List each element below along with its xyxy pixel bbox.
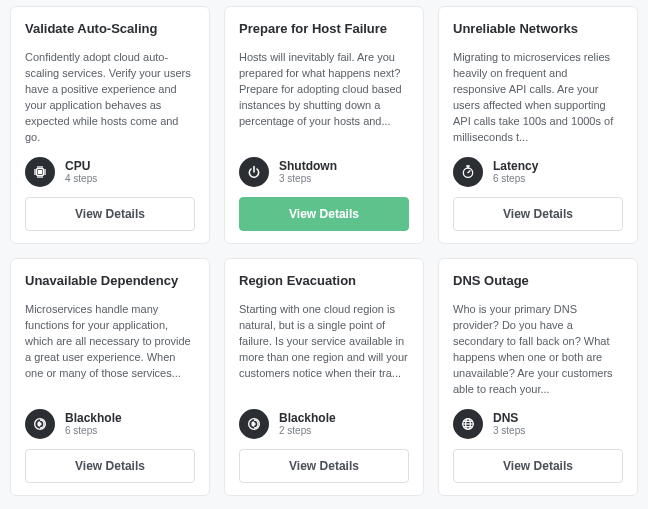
attack-steps: 6 steps (493, 173, 538, 185)
cpu-icon (25, 157, 55, 187)
power-icon (239, 157, 269, 187)
attack-name: Shutdown (279, 159, 337, 173)
card-description: Migrating to microservices relies heavil… (453, 50, 623, 146)
attack-text: Blackhole6 steps (65, 411, 122, 437)
scenario-card: Unreliable NetworksMigrating to microser… (438, 6, 638, 244)
scenario-card: Validate Auto-ScalingConfidently adopt c… (10, 6, 210, 244)
globe-icon (453, 409, 483, 439)
attack-name: Blackhole (279, 411, 336, 425)
card-title: DNS Outage (453, 273, 623, 288)
card-title: Validate Auto-Scaling (25, 21, 195, 36)
view-details-button[interactable]: View Details (453, 449, 623, 483)
svg-point-22 (253, 423, 255, 425)
attack-text: Blackhole2 steps (279, 411, 336, 437)
attack-steps: 4 steps (65, 173, 97, 185)
blackhole-icon (239, 409, 269, 439)
scenario-card: Prepare for Host FailureHosts will inevi… (224, 6, 424, 244)
view-details-button[interactable]: View Details (239, 449, 409, 483)
attack-row: Shutdown3 steps (239, 157, 409, 187)
card-title: Unreliable Networks (453, 21, 623, 36)
svg-rect-1 (39, 171, 42, 174)
scenario-card: Region EvacuationStarting with one cloud… (224, 258, 424, 496)
attack-text: CPU4 steps (65, 159, 97, 185)
svg-point-20 (39, 423, 41, 425)
scenario-card: Unavailable DependencyMicroservices hand… (10, 258, 210, 496)
attack-row: Latency6 steps (453, 157, 623, 187)
card-description: Starting with one cloud region is natura… (239, 302, 409, 398)
attack-row: Blackhole6 steps (25, 409, 195, 439)
blackhole-icon (25, 409, 55, 439)
view-details-button[interactable]: View Details (453, 197, 623, 231)
card-description: Who is your primary DNS provider? Do you… (453, 302, 623, 398)
view-details-button[interactable]: View Details (239, 197, 409, 231)
attack-text: DNS3 steps (493, 411, 525, 437)
card-description: Microservices handle many functions for … (25, 302, 195, 398)
attack-row: CPU4 steps (25, 157, 195, 187)
card-title: Prepare for Host Failure (239, 21, 409, 36)
scenario-card: DNS OutageWho is your primary DNS provid… (438, 258, 638, 496)
attack-steps: 2 steps (279, 425, 336, 437)
card-title: Region Evacuation (239, 273, 409, 288)
attack-name: DNS (493, 411, 525, 425)
attack-row: DNS3 steps (453, 409, 623, 439)
attack-steps: 3 steps (493, 425, 525, 437)
latency-icon (453, 157, 483, 187)
card-description: Hosts will inevitably fail. Are you prep… (239, 50, 409, 146)
attack-name: CPU (65, 159, 97, 173)
card-title: Unavailable Dependency (25, 273, 195, 288)
attack-name: Latency (493, 159, 538, 173)
attack-row: Blackhole2 steps (239, 409, 409, 439)
attack-text: Shutdown3 steps (279, 159, 337, 185)
attack-text: Latency6 steps (493, 159, 538, 185)
svg-line-16 (468, 171, 470, 173)
card-description: Confidently adopt cloud auto-scaling ser… (25, 50, 195, 146)
attack-steps: 3 steps (279, 173, 337, 185)
view-details-button[interactable]: View Details (25, 197, 195, 231)
view-details-button[interactable]: View Details (25, 449, 195, 483)
attack-name: Blackhole (65, 411, 122, 425)
attack-steps: 6 steps (65, 425, 122, 437)
